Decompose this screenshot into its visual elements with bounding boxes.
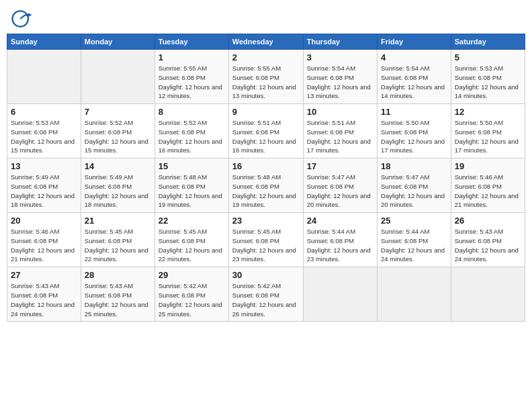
calendar-cell: 20Sunrise: 5:46 AMSunset: 6:08 PMDayligh… [7,213,81,267]
day-info: Sunrise: 5:51 AMSunset: 6:08 PMDaylight:… [307,118,373,155]
day-number: 4 [381,52,447,62]
calendar-cell: 29Sunrise: 5:42 AMSunset: 6:08 PMDayligh… [154,267,228,322]
day-info: Sunrise: 5:43 AMSunset: 6:08 PMDaylight:… [11,281,77,318]
calendar-cell: 16Sunrise: 5:48 AMSunset: 6:08 PMDayligh… [228,158,303,213]
calendar-cell: 23Sunrise: 5:45 AMSunset: 6:08 PMDayligh… [228,213,303,267]
calendar-cell: 6Sunrise: 5:53 AMSunset: 6:08 PMDaylight… [7,104,81,158]
calendar-cell [378,267,451,322]
day-number: 26 [455,216,521,226]
calendar-cell: 3Sunrise: 5:54 AMSunset: 6:08 PMDaylight… [303,50,377,104]
day-number: 25 [381,216,447,226]
day-info: Sunrise: 5:48 AMSunset: 6:08 PMDaylight:… [159,173,225,210]
day-info: Sunrise: 5:45 AMSunset: 6:08 PMDaylight:… [159,227,225,264]
calendar-week-row: 13Sunrise: 5:49 AMSunset: 6:08 PMDayligh… [7,158,525,213]
day-header-saturday: Saturday [451,34,525,50]
day-number: 16 [232,161,300,171]
day-number: 17 [307,161,373,171]
day-number: 6 [11,107,77,117]
calendar-cell: 8Sunrise: 5:52 AMSunset: 6:08 PMDaylight… [154,104,228,158]
day-number: 15 [159,161,225,171]
page-header [7,7,525,31]
calendar-cell: 19Sunrise: 5:46 AMSunset: 6:08 PMDayligh… [451,158,525,213]
calendar-cell: 12Sunrise: 5:50 AMSunset: 6:08 PMDayligh… [451,104,525,158]
day-info: Sunrise: 5:52 AMSunset: 6:08 PMDaylight:… [85,118,151,155]
day-info: Sunrise: 5:50 AMSunset: 6:08 PMDaylight:… [381,118,447,155]
day-info: Sunrise: 5:53 AMSunset: 6:08 PMDaylight:… [11,118,77,155]
day-info: Sunrise: 5:51 AMSunset: 6:08 PMDaylight:… [232,118,300,155]
calendar-table: SundayMondayTuesdayWednesdayThursdayFrid… [7,34,525,322]
day-number: 1 [159,52,225,62]
day-info: Sunrise: 5:46 AMSunset: 6:08 PMDaylight:… [11,227,77,264]
day-info: Sunrise: 5:45 AMSunset: 6:08 PMDaylight:… [232,227,300,264]
day-info: Sunrise: 5:42 AMSunset: 6:08 PMDaylight:… [232,281,300,318]
calendar-cell: 13Sunrise: 5:49 AMSunset: 6:08 PMDayligh… [7,158,81,213]
calendar-cell: 25Sunrise: 5:44 AMSunset: 6:08 PMDayligh… [378,213,451,267]
calendar-cell: 2Sunrise: 5:55 AMSunset: 6:08 PMDaylight… [228,50,303,104]
calendar-cell: 15Sunrise: 5:48 AMSunset: 6:08 PMDayligh… [154,158,228,213]
calendar-cell: 26Sunrise: 5:43 AMSunset: 6:08 PMDayligh… [451,213,525,267]
day-number: 13 [11,161,77,171]
day-number: 10 [307,107,373,117]
day-info: Sunrise: 5:46 AMSunset: 6:08 PMDaylight:… [455,173,521,210]
day-header-monday: Monday [81,34,154,50]
day-info: Sunrise: 5:47 AMSunset: 6:08 PMDaylight:… [381,173,447,210]
calendar-cell [7,50,81,104]
calendar-cell: 30Sunrise: 5:42 AMSunset: 6:08 PMDayligh… [228,267,303,322]
calendar-cell: 18Sunrise: 5:47 AMSunset: 6:08 PMDayligh… [378,158,451,213]
day-info: Sunrise: 5:52 AMSunset: 6:08 PMDaylight:… [159,118,225,155]
day-header-sunday: Sunday [7,34,81,50]
day-info: Sunrise: 5:43 AMSunset: 6:08 PMDaylight:… [85,281,151,318]
day-header-tuesday: Tuesday [154,34,228,50]
calendar-header-row: SundayMondayTuesdayWednesdayThursdayFrid… [7,34,525,50]
day-number: 28 [85,270,151,280]
day-header-friday: Friday [378,34,451,50]
day-number: 9 [232,107,300,117]
calendar-cell: 5Sunrise: 5:53 AMSunset: 6:08 PMDaylight… [451,50,525,104]
day-number: 8 [159,107,225,117]
calendar-cell: 27Sunrise: 5:43 AMSunset: 6:08 PMDayligh… [7,267,81,322]
day-info: Sunrise: 5:49 AMSunset: 6:08 PMDaylight:… [11,173,77,210]
day-number: 7 [85,107,151,117]
calendar-cell: 7Sunrise: 5:52 AMSunset: 6:08 PMDaylight… [81,104,154,158]
calendar-cell [303,267,377,322]
day-number: 12 [455,107,521,117]
day-info: Sunrise: 5:45 AMSunset: 6:08 PMDaylight:… [85,227,151,264]
calendar-cell [451,267,525,322]
day-info: Sunrise: 5:44 AMSunset: 6:08 PMDaylight:… [307,227,373,264]
calendar-week-row: 6Sunrise: 5:53 AMSunset: 6:08 PMDaylight… [7,104,525,158]
day-info: Sunrise: 5:42 AMSunset: 6:08 PMDaylight:… [159,281,225,318]
day-number: 29 [159,270,225,280]
day-number: 23 [232,216,300,226]
day-number: 27 [11,270,77,280]
calendar-cell: 1Sunrise: 5:55 AMSunset: 6:08 PMDaylight… [154,50,228,104]
day-number: 11 [381,107,447,117]
day-info: Sunrise: 5:43 AMSunset: 6:08 PMDaylight:… [455,227,521,264]
day-info: Sunrise: 5:55 AMSunset: 6:08 PMDaylight:… [232,64,300,101]
calendar-cell: 22Sunrise: 5:45 AMSunset: 6:08 PMDayligh… [154,213,228,267]
day-info: Sunrise: 5:47 AMSunset: 6:08 PMDaylight:… [307,173,373,210]
calendar-cell: 28Sunrise: 5:43 AMSunset: 6:08 PMDayligh… [81,267,154,322]
day-number: 21 [85,216,151,226]
day-info: Sunrise: 5:44 AMSunset: 6:08 PMDaylight:… [381,227,447,264]
day-header-thursday: Thursday [303,34,377,50]
day-info: Sunrise: 5:55 AMSunset: 6:08 PMDaylight:… [159,64,225,101]
day-number: 20 [11,216,77,226]
day-info: Sunrise: 5:54 AMSunset: 6:08 PMDaylight:… [381,64,447,101]
calendar-cell: 9Sunrise: 5:51 AMSunset: 6:08 PMDaylight… [228,104,303,158]
day-number: 22 [159,216,225,226]
day-info: Sunrise: 5:54 AMSunset: 6:08 PMDaylight:… [307,64,373,101]
day-header-wednesday: Wednesday [228,34,303,50]
calendar-cell [81,50,154,104]
day-number: 3 [307,52,373,62]
calendar-cell: 4Sunrise: 5:54 AMSunset: 6:08 PMDaylight… [378,50,451,104]
day-info: Sunrise: 5:49 AMSunset: 6:08 PMDaylight:… [85,173,151,210]
day-number: 24 [307,216,373,226]
day-number: 19 [455,161,521,171]
calendar-cell: 21Sunrise: 5:45 AMSunset: 6:08 PMDayligh… [81,213,154,267]
calendar-week-row: 20Sunrise: 5:46 AMSunset: 6:08 PMDayligh… [7,213,525,267]
calendar-cell: 11Sunrise: 5:50 AMSunset: 6:08 PMDayligh… [378,104,451,158]
logo [9,7,36,31]
calendar-cell: 10Sunrise: 5:51 AMSunset: 6:08 PMDayligh… [303,104,377,158]
day-number: 5 [455,52,521,62]
calendar-cell: 24Sunrise: 5:44 AMSunset: 6:08 PMDayligh… [303,213,377,267]
